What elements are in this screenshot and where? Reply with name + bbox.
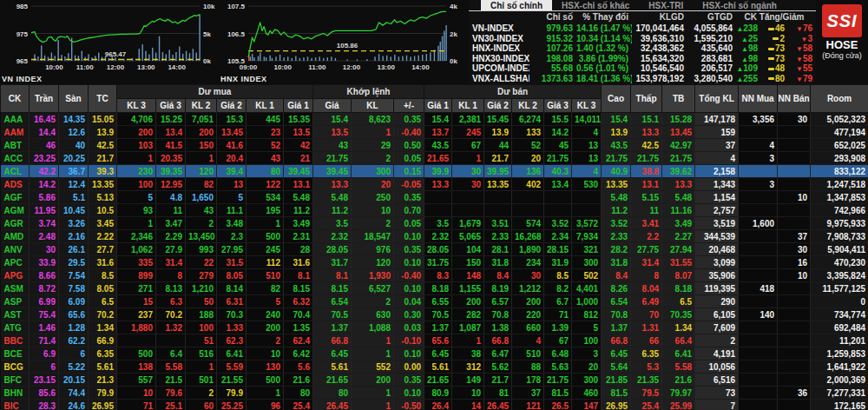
table-row-selected[interactable]: ACL42.236.739.323039.3512039.48039.4539.… bbox=[1, 165, 868, 178]
header-sub[interactable]: Giá 1 bbox=[424, 99, 452, 113]
cell-buy-gia1: 6.32 bbox=[284, 295, 313, 308]
header-tong-kl[interactable]: Tổng KL bbox=[695, 85, 739, 113]
table-row[interactable]: AAA16.4514.3515.054,70615.257,05115.3445… bbox=[1, 113, 868, 126]
header-room[interactable]: Room bbox=[811, 85, 868, 113]
tab-hsx-chi-so-nganh[interactable]: HSX-chỉ số ngành bbox=[693, 0, 786, 10]
table-row[interactable]: BCG65.225.611385.5815.591305.65.615520.0… bbox=[1, 360, 868, 374]
table-row[interactable]: BHN85.674.479.91079.6279.91808010.1080.9… bbox=[1, 387, 868, 400]
table-row[interactable]: AAM14.412.613.920013.420013.452313.513.5… bbox=[1, 126, 868, 139]
tab-chi-so-chinh[interactable]: Chỉ số chính bbox=[481, 0, 552, 10]
cell-buy-gia1: 21.6 bbox=[284, 374, 313, 387]
cell-tong-kl: 4 bbox=[695, 152, 739, 165]
table-row[interactable]: AGF5.865.15.1354.81,65055345.485.482500.… bbox=[1, 191, 868, 204]
header-cao[interactable]: Cao bbox=[602, 85, 631, 113]
index-gtgd: 435,640 bbox=[687, 43, 736, 54]
header-sub[interactable]: Giá 2 bbox=[217, 99, 247, 113]
header-tc[interactable]: TC bbox=[89, 85, 117, 113]
table-row[interactable]: APG8.667.548.589982798.055108.18.11,930-… bbox=[1, 269, 868, 282]
cell-cao: 13.35 bbox=[602, 178, 631, 191]
table-row[interactable]: ACC23.2520.2521.7120.35120.4432121.7520.… bbox=[1, 152, 868, 165]
table-row[interactable]: ASM8.727.588.052718.131,2108.14828.158.1… bbox=[1, 282, 868, 295]
cell-room: 7,277,331 bbox=[811, 387, 868, 400]
header-sub[interactable]: Giá 3 bbox=[156, 99, 186, 113]
index-name[interactable]: VN-INDEX bbox=[469, 23, 529, 34]
cell-tong-kl: 4,191 bbox=[695, 347, 739, 360]
index-name[interactable]: HNX30-INDEX bbox=[469, 54, 529, 64]
header-sub[interactable]: KL 3 bbox=[117, 99, 156, 113]
header-sub[interactable]: Giá bbox=[313, 99, 352, 113]
index-advancers: ▲25 bbox=[736, 34, 761, 44]
table-row[interactable]: ASP6.996.096.5156.3506.3156.326.5420.046… bbox=[1, 295, 868, 308]
header-sub[interactable]: KL 2 bbox=[186, 99, 217, 113]
header-sub[interactable]: KL 3 bbox=[572, 99, 602, 113]
header-sub[interactable]: Giá 1 bbox=[284, 99, 313, 113]
header-group-du-mua: Dư mua bbox=[117, 85, 313, 99]
cell-san: 20.25 bbox=[59, 152, 89, 165]
cell-sell-kl2: 178 bbox=[512, 374, 544, 387]
cell-sell-kl2: 20 bbox=[512, 152, 544, 165]
svg-text:10:00: 10:00 bbox=[45, 63, 63, 71]
header-sub[interactable]: +/- bbox=[394, 99, 424, 113]
cell-buy-gia3: 8 bbox=[156, 269, 186, 282]
cell-sell-gia3 bbox=[544, 204, 572, 217]
header-thap[interactable]: Thấp bbox=[631, 85, 662, 113]
table-row[interactable]: BCE6.966.355006.45166.41106.426.4510.106… bbox=[1, 347, 868, 360]
cell-san: 6.09 bbox=[59, 295, 89, 308]
index-name[interactable]: VN30-INDEX bbox=[469, 34, 529, 44]
header-sub[interactable]: Giá 2 bbox=[484, 99, 512, 113]
cell-buy-kl1: 112 bbox=[247, 256, 284, 269]
table-row[interactable]: BIC28.324.626.957125.16025.259625.426.45… bbox=[1, 400, 868, 410]
cell-cao: 31.8 bbox=[602, 256, 631, 269]
table-row[interactable]: ANV3026.127.71,06227.999327.952452828.05… bbox=[1, 243, 868, 256]
header-sub[interactable]: KL bbox=[352, 99, 394, 113]
unchanged-dash-icon bbox=[768, 77, 774, 80]
header-nn-mua[interactable]: NN Mua bbox=[739, 85, 778, 113]
table-row[interactable]: ATG1.461.281.341,8801.321001.332001.351.… bbox=[1, 321, 868, 334]
header-sub[interactable]: KL 1 bbox=[247, 99, 284, 113]
table-row[interactable]: AGR3.743.263.4513.4723.4813.493.520.053.… bbox=[1, 217, 868, 230]
header-ck[interactable]: CK bbox=[1, 85, 30, 113]
header-nn-ban[interactable]: NN Bán bbox=[778, 85, 811, 113]
index-name[interactable]: VNX-ALLSHARE bbox=[469, 74, 529, 84]
cell-tc: 39.3 bbox=[89, 165, 117, 178]
table-row[interactable]: BBC71.462.266.95162.3262.466.81-0.1065.6… bbox=[1, 334, 868, 347]
table-row[interactable]: AMD2.482.162.222,3462.2913,4502.35002.31… bbox=[1, 230, 868, 243]
cell-buy-kl3: 200 bbox=[117, 126, 156, 139]
cell-tc: 8.5 bbox=[89, 269, 117, 282]
header-san[interactable]: Sàn bbox=[59, 85, 89, 113]
table-row[interactable]: BFC23.1520.1521.355721.550121.5550021.62… bbox=[1, 374, 868, 387]
cell-sell-gia2: 13.35 bbox=[484, 178, 512, 191]
hnx-index-chart: 107.5106.5105.54k2k0k09:0010:0011:0012:0… bbox=[219, 0, 469, 74]
cell-cao: 21.85 bbox=[602, 374, 631, 387]
svg-text:2k: 2k bbox=[450, 30, 457, 38]
table-row[interactable]: ABT464042.510341.515041.6524243290.5043.… bbox=[1, 139, 868, 152]
up-arrow-icon: ▲ bbox=[736, 25, 743, 33]
header-sub[interactable]: KL 2 bbox=[512, 99, 544, 113]
table-row[interactable]: AST75.465.670.223770.218870.324070.470.5… bbox=[1, 308, 868, 321]
tab-hsx-chi-so-khac[interactable]: HSX-chỉ số khác bbox=[552, 0, 639, 10]
cell-match-kl: 1,088 bbox=[352, 321, 394, 334]
index-name[interactable]: HNX-INDEX bbox=[469, 43, 529, 54]
cell-sell-kl3: 13 bbox=[572, 139, 602, 152]
cell-san: 12.6 bbox=[59, 126, 89, 139]
cell-match-change: -0.05 bbox=[394, 178, 424, 191]
table-row[interactable]: AGM11.9510.4510.593114311.119511.211.210… bbox=[1, 204, 868, 217]
index-unchanged: 73 bbox=[761, 54, 788, 64]
index-gtgd: 3,280,540 bbox=[687, 74, 736, 84]
price-board-table: CKTrầnSànTCDư muaKhớp lệnhDư bánCaoThấpT… bbox=[0, 84, 868, 410]
table-row[interactable]: ADS14.212.413.3510012.95821312213.113.32… bbox=[1, 178, 868, 191]
header-tb[interactable]: TB bbox=[662, 85, 695, 113]
cell-match-kl: 29 bbox=[352, 139, 394, 152]
cell-sell-kl3 bbox=[572, 191, 602, 204]
header-sub[interactable]: KL 1 bbox=[452, 99, 484, 113]
header-tran[interactable]: Trần bbox=[30, 85, 59, 113]
index-name[interactable]: UPCOM-INDEX bbox=[469, 63, 529, 74]
cell-buy-gia2: 25.25 bbox=[217, 400, 247, 410]
index-klgd: 170,041,464 bbox=[632, 23, 687, 34]
cell-sell-kl3: 14,011 bbox=[572, 113, 602, 126]
table-row[interactable]: APC33.929.531.633531.42231.511231.631.71… bbox=[1, 256, 868, 269]
cell-ck: AST bbox=[1, 308, 30, 321]
tab-hsx-tri[interactable]: HSX-TRI bbox=[639, 0, 693, 10]
cell-sell-gia1: 21.65 bbox=[424, 152, 452, 165]
header-sub[interactable]: Giá 3 bbox=[544, 99, 572, 113]
